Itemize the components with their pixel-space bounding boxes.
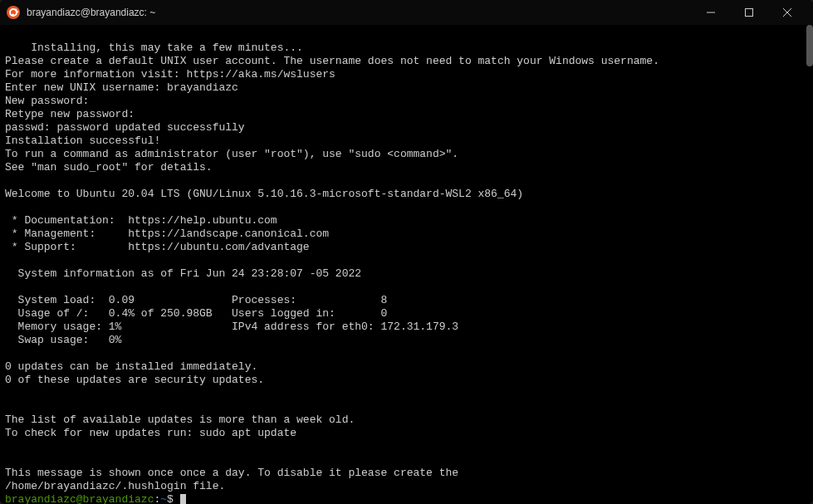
prompt-dollar: $ — [167, 493, 174, 504]
line-support: * Support: https://ubuntu.com/advantage — [5, 241, 310, 253]
line-welcome: Welcome to Ubuntu 20.04 LTS (GNU/Linux 5… — [5, 188, 523, 200]
prompt-path: ~ — [160, 493, 167, 504]
line-sudo-man: See "man sudo_root" for details. — [5, 161, 213, 174]
window-controls — [692, 0, 806, 25]
titlebar[interactable]: brayandiazc@brayandiazc: ~ — [0, 0, 813, 25]
username-value: brayandiazc — [167, 81, 238, 94]
ubuntu-icon — [7, 6, 20, 19]
line-sysinfo-row1: System load: 0.09 Processes: 8 — [5, 294, 387, 306]
terminal-window: brayandiazc@brayandiazc: ~ Installing, t… — [0, 0, 813, 504]
line-create-user: Please create a default UNIX user accoun… — [5, 55, 659, 67]
line-doc: * Documentation: https://help.ubuntu.com — [5, 214, 277, 227]
line-mgmt: * Management: https://landscape.canonica… — [5, 228, 329, 240]
line-installing: Installing, this may take a few minutes.… — [31, 42, 303, 54]
minimize-button[interactable] — [692, 0, 730, 25]
line-new-password: New password: — [5, 95, 89, 107]
maximize-button[interactable] — [730, 0, 768, 25]
cursor — [180, 494, 186, 504]
line-install-success: Installation successful! — [5, 135, 160, 147]
line-retype-password: Retype new password: — [5, 108, 135, 120]
line-updates2: 0 of these updates are security updates. — [5, 374, 264, 386]
line-more-info: For more information visit: https://aka.… — [5, 68, 335, 81]
line-sudo-hint: To run a command as administrator (user … — [5, 148, 458, 160]
line-username-label: Enter new UNIX username: — [5, 81, 167, 94]
svg-rect-1 — [746, 9, 753, 17]
terminal-area[interactable]: Installing, this may take a few minutes.… — [0, 25, 813, 504]
maximize-icon — [745, 8, 753, 17]
minimize-icon — [707, 8, 715, 17]
line-stale2: To check for new updates run: sudo apt u… — [5, 427, 296, 439]
close-icon — [783, 8, 791, 17]
line-sysinfo-heading: System information as of Fri Jun 24 23:2… — [5, 267, 361, 280]
close-button[interactable] — [768, 0, 806, 25]
line-updates1: 0 updates can be installed immediately. — [5, 360, 257, 373]
scrollbar-thumb[interactable] — [806, 25, 813, 66]
prompt-userhost: brayandiazc@brayandiazc — [5, 493, 154, 504]
line-stale1: The list of available updates is more th… — [5, 413, 355, 426]
line-hush1: This message is shown once once a day. T… — [5, 467, 458, 479]
line-sysinfo-row4: Swap usage: 0% — [5, 334, 121, 346]
line-passwd-updated: passwd: password updated successfully — [5, 121, 245, 134]
line-hush2: /home/brayandiazc/.hushlogin file. — [5, 480, 225, 492]
line-sysinfo-row2: Usage of /: 0.4% of 250.98GB Users logge… — [5, 307, 387, 320]
line-sysinfo-row3: Memory usage: 1% IPv4 address for eth0: … — [5, 321, 458, 333]
window-title: brayandiazc@brayandiazc: ~ — [27, 7, 692, 18]
